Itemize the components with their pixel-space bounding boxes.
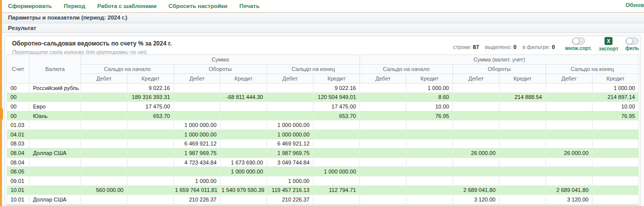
cell-amount[interactable]: [220, 204, 267, 206]
cell-amount[interactable]: [500, 167, 546, 176]
cell-amount[interactable]: [592, 139, 639, 148]
cell-amount[interactable]: 17 475.00: [314, 102, 360, 112]
cell-amount[interactable]: [314, 148, 360, 158]
table-row[interactable]: 09.011 000.001 000.00: [7, 176, 639, 186]
col-header-debit[interactable]: Дебет: [360, 74, 406, 84]
cell-amount[interactable]: [546, 176, 592, 186]
cell-amount[interactable]: [546, 92, 592, 102]
toggle-off-icon[interactable]: [572, 38, 585, 44]
cell-currency[interactable]: [30, 204, 81, 206]
cell-currency[interactable]: [30, 92, 81, 102]
cell-amount[interactable]: 10.00: [592, 102, 639, 112]
cell-amount[interactable]: [81, 92, 128, 102]
cell-amount[interactable]: 119 457 216.13: [267, 186, 314, 195]
menu-item-period[interactable]: Период: [64, 3, 86, 9]
cell-amount[interactable]: [453, 130, 500, 139]
subgroup-turnover[interactable]: Обороты: [453, 64, 546, 74]
col-header-debit[interactable]: Дебет: [174, 74, 220, 84]
cell-amount[interactable]: [406, 139, 453, 148]
cell-amount[interactable]: [174, 204, 220, 206]
cell-amount[interactable]: [406, 204, 453, 206]
cell-account[interactable]: 10.01: [7, 195, 30, 204]
cell-amount[interactable]: [128, 130, 174, 139]
cell-amount[interactable]: [220, 130, 267, 139]
cell-amount[interactable]: [314, 176, 360, 186]
cell-amount[interactable]: 1 000.00: [406, 84, 453, 93]
cell-amount[interactable]: [81, 120, 128, 130]
cell-amount[interactable]: 214 888.54: [500, 92, 546, 102]
toggle-off-icon[interactable]: [626, 38, 638, 44]
col-header-currency[interactable]: Валюта: [30, 55, 81, 84]
cell-currency[interactable]: [30, 167, 81, 176]
cell-amount[interactable]: 1 000 000.00: [314, 167, 360, 176]
cell-amount[interactable]: [360, 130, 406, 139]
cell-amount[interactable]: [81, 167, 128, 176]
cell-amount[interactable]: [500, 102, 546, 112]
cell-amount[interactable]: [174, 167, 220, 176]
col-header-credit[interactable]: Кредит: [406, 74, 453, 84]
cell-amount[interactable]: [592, 167, 639, 176]
cell-amount[interactable]: [546, 130, 592, 139]
cell-amount[interactable]: 26 000.00: [546, 148, 592, 158]
cell-account[interactable]: 00: [7, 111, 30, 120]
cell-amount[interactable]: [592, 195, 639, 204]
cell-amount[interactable]: [314, 139, 360, 148]
subgroup-begin[interactable]: Сальдо на начало: [360, 64, 453, 74]
cell-currency[interactable]: [30, 130, 81, 139]
table-row[interactable]: 00189 316 393.31-68 811 444.30120 504 94…: [7, 92, 639, 102]
cell-account[interactable]: 09.01: [7, 176, 30, 186]
refresh-link[interactable]: Обнов: [626, 2, 644, 8]
cell-amount[interactable]: [267, 111, 314, 120]
cell-amount[interactable]: [267, 204, 314, 206]
cell-amount[interactable]: [500, 195, 546, 204]
left-scroll-thumb[interactable]: [0, 108, 3, 120]
cell-amount[interactable]: 1 000.00: [174, 176, 220, 186]
col-header-debit[interactable]: Дебет: [267, 74, 314, 84]
cell-amount[interactable]: [220, 148, 267, 158]
cell-account[interactable]: 10.01: [7, 186, 30, 195]
cell-currency[interactable]: Доллар США: [30, 148, 81, 158]
cell-amount[interactable]: [128, 176, 174, 186]
cell-amount[interactable]: [128, 158, 174, 167]
cell-amount[interactable]: [81, 84, 128, 93]
cell-amount[interactable]: [128, 139, 174, 148]
cell-amount[interactable]: 189 316 393.31: [128, 92, 174, 102]
cell-amount[interactable]: 3 120.00: [453, 195, 500, 204]
subgroup-end[interactable]: Сальдо на конец: [267, 64, 360, 74]
cell-amount[interactable]: [360, 204, 406, 206]
cell-amount[interactable]: [174, 102, 220, 112]
cell-amount[interactable]: [453, 111, 500, 120]
cell-amount[interactable]: [592, 120, 639, 130]
cell-currency[interactable]: Евро: [30, 102, 81, 112]
cell-amount[interactable]: [453, 120, 500, 130]
table-row[interactable]: 01.031 000 000.001 000 000.00: [7, 120, 639, 130]
cell-amount[interactable]: [546, 158, 592, 167]
cell-amount[interactable]: 4 723 434.84: [174, 158, 220, 167]
cell-amount[interactable]: [360, 120, 406, 130]
cell-amount[interactable]: [220, 120, 267, 130]
cell-amount[interactable]: [360, 186, 406, 195]
cell-amount[interactable]: [314, 158, 360, 167]
cell-amount[interactable]: [360, 148, 406, 158]
table-row[interactable]: 08.051 000 000.001 000 000.00: [7, 167, 639, 176]
cell-amount[interactable]: 120 504 949.01: [314, 92, 360, 102]
cell-amount[interactable]: [360, 84, 406, 93]
cell-amount[interactable]: [174, 84, 220, 93]
cell-currency[interactable]: Доллар США: [30, 195, 81, 204]
cell-amount[interactable]: 210 226.37: [267, 195, 314, 204]
cell-amount[interactable]: [220, 102, 267, 112]
menu-item-print[interactable]: Печать: [240, 3, 260, 9]
cell-amount[interactable]: 2 689 041.80: [453, 186, 500, 195]
cell-amount[interactable]: [592, 186, 639, 195]
table-row[interactable]: 10.01Доллар США210 226.37210 226.373 120…: [7, 195, 639, 204]
cell-amount[interactable]: [360, 167, 406, 176]
col-header-debit[interactable]: Дебет: [81, 74, 128, 84]
parameters-section-header[interactable]: Параметры и показатели (период: 2024 г.): [2, 12, 644, 22]
cell-amount[interactable]: 76.95: [592, 111, 639, 120]
cell-amount[interactable]: [592, 158, 639, 167]
cell-amount[interactable]: 112 794.71: [314, 186, 360, 195]
cell-amount[interactable]: [453, 92, 500, 102]
cell-amount[interactable]: 1 000 000.00: [174, 120, 220, 130]
cell-amount[interactable]: [453, 102, 500, 112]
cell-amount[interactable]: 76.95: [406, 111, 453, 120]
